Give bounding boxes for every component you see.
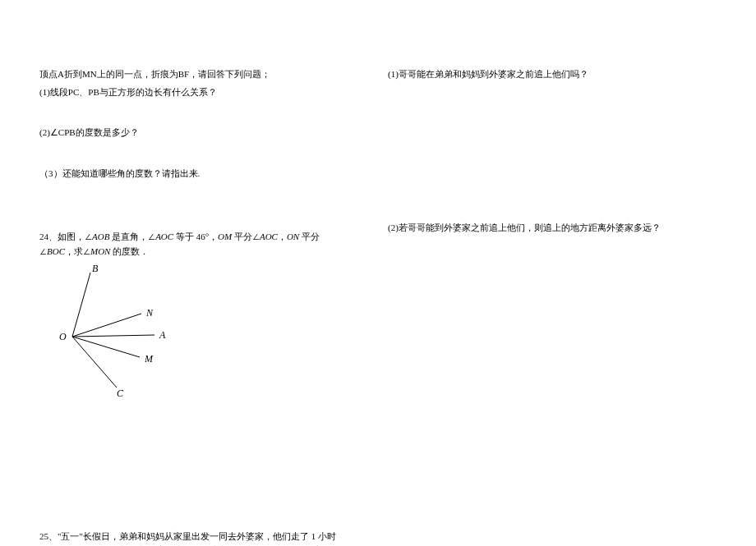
angle-diagram: B N A M C O: [49, 263, 197, 406]
q24-part: 24、如图，∠: [39, 232, 92, 241]
q24-boc: BOC: [47, 246, 65, 256]
label-A: A: [159, 329, 165, 342]
q24-part: 等于 46°，: [173, 232, 218, 241]
label-O: O: [59, 331, 67, 343]
question-24: 24、如图，∠AOB 是直角，∠AOC 等于 46°，OM 平分∠AOC，ON …: [39, 230, 353, 259]
question-1: (1)线段PC、PB与正方形的边长有什么关系？: [39, 85, 353, 100]
spacer: [39, 103, 353, 126]
spacer: [388, 85, 723, 221]
q24-aoc2: AOC: [260, 232, 278, 241]
spacer: [39, 144, 353, 167]
label-B: B: [92, 263, 98, 275]
right-q1: (1)哥哥能在弟弟和妈妈到外婆家之前追上他们吗？: [388, 67, 723, 82]
q24-part: 平分∠: [232, 232, 260, 241]
svg-line-1: [72, 314, 141, 337]
question-3: （3）还能知道哪些角的度数？请指出来.: [39, 167, 353, 181]
svg-line-2: [72, 335, 154, 337]
spacer: [39, 184, 353, 230]
q24-mon: MON: [90, 246, 110, 256]
label-C: C: [117, 388, 123, 400]
question-2: (2)∠CPB的度数是多少？: [39, 126, 353, 140]
document-page: 顶点A折到MN上的同一点，折痕为BF，请回答下列问题； (1)线段PC、PB与正…: [0, 0, 756, 546]
q24-on: ON: [287, 232, 299, 241]
right-column: (1)哥哥能在弟弟和妈妈到外婆家之前追上他们吗？ (2)若哥哥能到外婆家之前追上…: [378, 0, 756, 546]
diagram-svg: [49, 263, 197, 406]
question-25: 25、"五一"长假日，弟弟和妈妈从家里出发一同去外婆家，他们走了 1 小时后，哥…: [39, 530, 353, 546]
svg-line-4: [72, 337, 117, 388]
q24-part: 的度数．: [110, 246, 149, 256]
q24-part: 是直角，∠: [109, 232, 155, 241]
spacer: [39, 406, 353, 530]
q24-part: ，: [278, 232, 287, 241]
right-q2: (2)若哥哥能到外婆家之前追上他们，则追上的地方距离外婆家多远？: [388, 221, 723, 236]
q24-part: ，求∠: [65, 246, 90, 256]
q24-om: OM: [218, 232, 232, 241]
label-M: M: [145, 353, 153, 365]
svg-line-0: [72, 273, 90, 337]
intro-text: 顶点A折到MN上的同一点，折痕为BF，请回答下列问题；: [39, 67, 353, 82]
svg-line-3: [72, 337, 140, 357]
label-N: N: [146, 307, 153, 319]
q24-aob: AOB: [92, 232, 109, 241]
q24-aoc: AOC: [155, 232, 173, 241]
left-column: 顶点A折到MN上的同一点，折痕为BF，请回答下列问题； (1)线段PC、PB与正…: [0, 0, 378, 546]
